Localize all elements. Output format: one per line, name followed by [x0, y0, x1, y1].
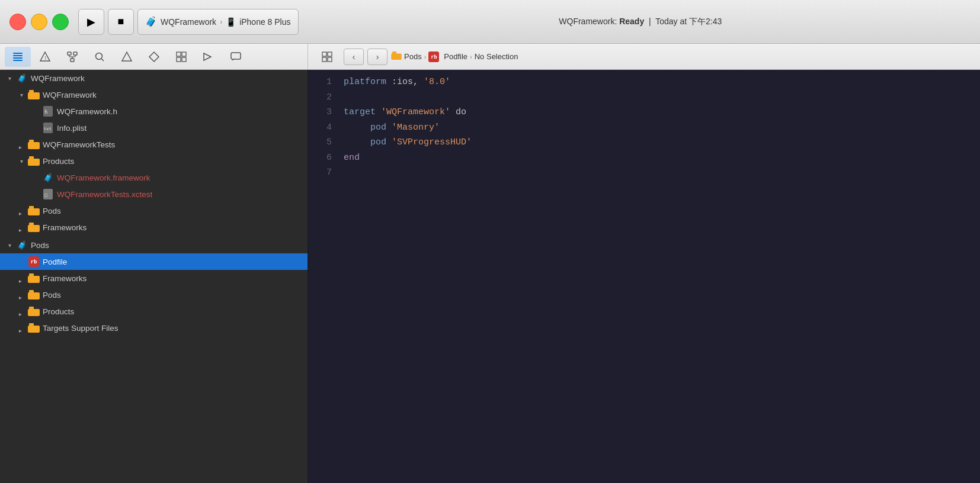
pods-folder-icon — [391, 51, 402, 62]
main-area: ▾ 🧳 WQFramework ▾ WQFramework ▾ h WQFram… — [0, 70, 980, 483]
status-area: WQFramework: Ready | Today at 下午2:43 — [310, 17, 971, 27]
sidebar-item-products2[interactable]: ▾ Products — [0, 303, 308, 320]
sidebar-item-wqframeworktests[interactable]: ▾ WQFrameworkTests — [0, 136, 308, 153]
svg-rect-26 — [322, 57, 326, 62]
search-icon-btn[interactable] — [87, 47, 113, 67]
breadcrumb: Pods › rb Podfile › No Selection — [391, 51, 518, 62]
folder-icon — [27, 154, 40, 168]
svg-rect-24 — [322, 52, 326, 56]
sidebar-item-products[interactable]: ▾ Products — [0, 153, 308, 169]
scheme-selector[interactable]: 🧳 WQFramework › 📱 iPhone 8 Plus — [137, 9, 299, 35]
code-line-5: pod 'SVProgressHUD' — [344, 135, 975, 150]
breadcrumb-noselection-label: No Selection — [475, 52, 518, 61]
file-navigator[interactable]: ▾ 🧳 WQFramework ▾ WQFramework ▾ h WQFram… — [0, 70, 308, 483]
svg-rect-45 — [29, 223, 34, 226]
issues-icon-btn[interactable] — [114, 47, 140, 67]
stop-button[interactable]: ■ — [108, 9, 134, 35]
svg-rect-51 — [29, 307, 34, 310]
expand-arrow: ▾ — [5, 73, 14, 83]
svg-rect-22 — [231, 53, 241, 59]
sidebar-item-xctest[interactable]: ▾ □ WQFrameworkTests.xctest — [0, 186, 308, 202]
sidebar-item-frameworks2[interactable]: ▾ Frameworks — [0, 270, 308, 286]
sidebar-label: Pods — [43, 291, 61, 300]
sidebar-item-pods2[interactable]: ▾ Pods — [0, 286, 308, 303]
sidebar-item-pods1[interactable]: ▾ Pods — [0, 202, 308, 219]
close-button[interactable] — [9, 14, 26, 30]
svg-marker-15 — [122, 52, 132, 61]
svg-text:!: ! — [45, 55, 47, 61]
plist-icon: txt — [41, 121, 55, 134]
navigator-icon-btn[interactable] — [5, 47, 31, 67]
status-time: Today at 下午2:43 — [655, 17, 722, 26]
warning-icon-btn[interactable]: ! — [32, 47, 58, 67]
xctest-icon: □ — [41, 188, 55, 201]
run-button[interactable]: ▶ — [78, 9, 104, 35]
svg-rect-20 — [182, 57, 186, 62]
breakpoint-icon-btn[interactable] — [141, 47, 167, 67]
breadcrumb-pods-label: Pods — [404, 52, 422, 61]
h-file-icon: h — [41, 105, 55, 118]
hierarchy-icon-btn[interactable] — [59, 47, 85, 67]
folder-icon — [27, 221, 40, 234]
chat-icon-btn[interactable] — [223, 47, 249, 67]
breadcrumb-pods[interactable]: Pods — [391, 51, 422, 62]
sidebar-label: Products — [43, 307, 74, 316]
svg-rect-43 — [29, 206, 34, 209]
editor-grid-icon-btn[interactable] — [314, 47, 340, 67]
folder-icon — [27, 288, 40, 301]
breadcrumb-noselection[interactable]: No Selection — [475, 52, 518, 61]
sidebar-item-framework[interactable]: ▾ 🧳 WQFramework.framework — [0, 169, 308, 186]
svg-rect-25 — [328, 52, 332, 56]
svg-rect-27 — [328, 57, 332, 62]
minimize-button[interactable] — [31, 14, 47, 30]
project-icon: 🧳 — [15, 72, 28, 85]
sidebar-label: Frameworks — [43, 274, 87, 283]
svg-rect-42 — [28, 208, 40, 215]
framework-icon: 🧳 — [41, 171, 55, 184]
sidebar-item-wqframework-h[interactable]: ▾ h WQFramework.h — [0, 103, 308, 120]
expand-arrow: ▾ — [17, 156, 26, 166]
folder-icon — [27, 138, 40, 151]
svg-marker-21 — [204, 53, 211, 60]
sidebar-item-frameworks1[interactable]: ▾ Frameworks — [0, 219, 308, 236]
sidebar-item-wqframework-root[interactable]: ▾ 🧳 WQFramework — [0, 70, 308, 86]
sidebar-item-infoplist[interactable]: ▾ txt Info.plist — [0, 120, 308, 136]
breadcrumb-sep1: › — [424, 53, 427, 60]
svg-rect-39 — [29, 156, 34, 159]
svg-rect-46 — [28, 276, 40, 283]
sidebar-label: Podfile — [43, 257, 67, 266]
expand-arrow: ▾ — [17, 323, 26, 333]
code-content: 1 2 3 4 5 6 7 platform :ios, '8.0' targe… — [308, 70, 980, 483]
svg-rect-49 — [29, 290, 34, 293]
folder-icon — [27, 272, 40, 285]
code-line-2 — [344, 90, 975, 105]
svg-rect-17 — [177, 52, 181, 56]
status-text: WQFramework: Ready | Today at 下午2:43 — [559, 17, 722, 27]
editor-forward-button[interactable]: › — [367, 49, 387, 65]
folder-icon — [27, 305, 40, 318]
svg-rect-0 — [13, 53, 23, 54]
podfile-icon: rb — [428, 51, 439, 62]
sidebar-item-wqframework-folder[interactable]: ▾ WQFramework — [0, 86, 308, 103]
sidebar-toolbar: ! — [0, 44, 308, 69]
scheme-name: WQFramework — [161, 17, 216, 27]
svg-text:txt: txt — [44, 127, 52, 131]
breadcrumb-sep2: › — [470, 53, 472, 60]
sidebar-item-podfile[interactable]: ▾ rb Podfile — [0, 253, 308, 270]
svg-rect-50 — [28, 309, 40, 316]
label-icon-btn[interactable] — [196, 47, 222, 67]
stop-icon: ■ — [118, 15, 124, 28]
expand-arrow: ▾ — [5, 240, 14, 250]
sidebar-item-pods-root[interactable]: ▾ 🧳 Pods — [0, 237, 308, 253]
grid-icon-btn[interactable] — [168, 47, 194, 67]
svg-rect-44 — [28, 225, 40, 232]
breadcrumb-podfile[interactable]: rb Podfile — [428, 51, 467, 62]
sidebar-label: Targets Support Files — [43, 324, 119, 333]
expand-arrow: ▾ — [17, 223, 26, 232]
editor-back-button[interactable]: ‹ — [344, 49, 364, 65]
sidebar-item-targets-support[interactable]: ▾ Targets Support Files — [0, 320, 308, 336]
maximize-button[interactable] — [52, 14, 69, 30]
code-editor[interactable]: 1 2 3 4 5 6 7 platform :ios, '8.0' targe… — [308, 70, 980, 483]
status-sep: | — [649, 17, 651, 26]
svg-rect-2 — [13, 57, 23, 59]
